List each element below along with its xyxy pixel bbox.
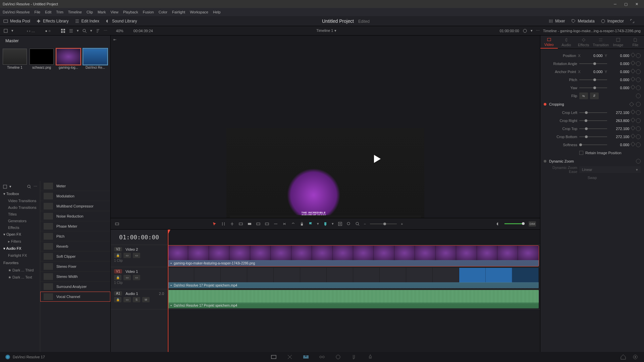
track-lock-icon[interactable]: 🔒 [114, 253, 121, 258]
fx-surround-analyzer[interactable]: Surround Analyzer [40, 282, 110, 292]
menu-color[interactable]: Color [159, 10, 167, 14]
inspector-toggle[interactable]: Inspector [601, 19, 624, 23]
chevron-down-icon[interactable]: ▾ [11, 28, 13, 33]
insert-icon[interactable] [238, 222, 243, 226]
crop-right-value[interactable]: 263.800 [609, 119, 629, 123]
fx-reverb[interactable]: Reverb [40, 241, 110, 251]
maximize-button[interactable]: ▢ [621, 1, 631, 7]
menu-workspace[interactable]: Workspace [190, 10, 208, 14]
media-item-schwarz[interactable]: schwarz.png [30, 49, 54, 69]
inspector-tab-image[interactable]: Image [609, 36, 627, 49]
reset-icon[interactable] [636, 159, 641, 164]
panel-layout-icon[interactable] [3, 184, 7, 189]
fx-filters[interactable]: ▸ Filters [0, 238, 40, 245]
track-lock-icon[interactable]: 🔒 [114, 297, 121, 302]
page-media[interactable] [270, 354, 277, 360]
sync-icon[interactable] [523, 28, 527, 33]
timeline-timecode[interactable]: 01:00:00:00 [111, 230, 167, 245]
more-icon[interactable]: ⋯ [34, 184, 37, 189]
fx-openfx[interactable]: ▾ Open FX [0, 231, 40, 238]
favorite-1[interactable]: ★ Dark ... Third [0, 267, 40, 274]
page-fairlight[interactable] [351, 354, 358, 360]
marker-icon[interactable] [323, 222, 328, 226]
menu-fusion[interactable]: Fusion [143, 10, 154, 14]
keyframe-icon[interactable] [631, 53, 635, 57]
page-fusion[interactable] [319, 354, 325, 360]
track-enable-icon[interactable]: ▭ [133, 253, 140, 258]
inspector-tab-transition[interactable]: Transition [592, 36, 610, 49]
search-icon[interactable] [27, 184, 32, 189]
crop-left-value[interactable]: 272.100 [609, 111, 629, 115]
grid-icon[interactable] [61, 28, 65, 33]
media-pool-toggle[interactable]: Media Pool [3, 19, 30, 23]
snap-icon[interactable] [282, 222, 287, 226]
menu-fairlight[interactable]: Fairlight [172, 10, 185, 14]
dynzoom-enabled-dot[interactable] [544, 160, 546, 163]
yaw-value[interactable]: 0.000 [609, 86, 629, 90]
dynzoom-header[interactable]: Dynamic Zoom [549, 159, 574, 163]
home-icon[interactable] [620, 354, 627, 360]
first-frame-icon[interactable]: ⇤ [113, 38, 116, 42]
auto-select-icon[interactable]: ▭ [123, 253, 131, 258]
clip-v2[interactable]: ⚬gaming-logo-maker-featuring-a-reaper-17… [168, 246, 539, 266]
track-enable-icon[interactable]: ▭ [133, 275, 140, 280]
effects-library-toggle[interactable]: Effects Library [36, 19, 68, 23]
crop-top-slider[interactable] [579, 128, 607, 129]
more-icon-2[interactable]: ⋯ [536, 28, 540, 33]
metadata-toggle[interactable]: Metadata [571, 19, 595, 23]
keyframe-icon[interactable] [631, 142, 635, 146]
menu-timeline[interactable]: Timeline [68, 10, 82, 14]
fx-fairlightfx[interactable]: Fairlight FX [0, 252, 40, 259]
anchor-x-value[interactable]: 0.000 [583, 70, 603, 74]
reset-icon[interactable] [636, 53, 641, 58]
blade-tool-icon[interactable] [230, 222, 234, 226]
inspector-tab-audio[interactable]: Audio [558, 36, 575, 49]
menu-view[interactable]: View [110, 10, 118, 14]
zoom-out-button[interactable]: − [364, 222, 366, 226]
cropping-enabled-dot[interactable] [544, 103, 546, 106]
fx-modulation[interactable]: Modulation [40, 191, 110, 201]
reset-icon[interactable] [636, 134, 641, 139]
position-x-value[interactable]: 0.000 [583, 54, 603, 58]
auto-select-icon[interactable]: ▭ [123, 275, 131, 280]
link-icon[interactable] [291, 222, 296, 226]
sort-icon[interactable] [96, 28, 100, 33]
media-item-timeline1[interactable]: Timeline 1 [3, 49, 27, 69]
fx-pitch[interactable]: Pitch [40, 231, 110, 241]
fit-icon[interactable] [265, 222, 269, 226]
zoom-in-button[interactable]: + [401, 222, 403, 226]
track-v1-tag[interactable]: V1 [114, 269, 122, 274]
menu-file[interactable]: File [35, 10, 41, 14]
page-edit[interactable] [303, 354, 309, 360]
pitch-value[interactable]: 0.000 [609, 78, 629, 82]
media-item-davinci[interactable]: DaVinci Re... [83, 49, 107, 69]
trim-tool-icon[interactable] [221, 222, 226, 226]
detail-zoom-icon[interactable] [346, 222, 351, 226]
zoom-to-fit-icon[interactable] [338, 222, 342, 226]
track-a1-tag[interactable]: A1 [114, 291, 122, 296]
track-v2-tag[interactable]: V2 [114, 247, 122, 251]
menu-edit[interactable]: Edit [45, 10, 51, 14]
reset-icon[interactable] [636, 69, 641, 74]
reset-icon[interactable] [636, 142, 641, 147]
reset-icon[interactable] [636, 126, 641, 131]
fx-audiofx[interactable]: ▾ Audio FX [0, 245, 40, 252]
page-cut[interactable] [286, 354, 293, 360]
anchor-y-value[interactable]: 0.000 [610, 70, 629, 74]
rotation-value[interactable]: 0.000 [609, 62, 629, 66]
volume-slider[interactable] [504, 223, 525, 224]
favorite-2[interactable]: ★ Dark ... Text [0, 274, 40, 281]
bin-master[interactable]: Master [0, 36, 110, 46]
zoom-icon[interactable] [355, 222, 360, 226]
crop-top-value[interactable]: 272.100 [609, 127, 629, 131]
keyframe-icon[interactable] [631, 110, 635, 114]
auto-select-icon[interactable]: ▭ [123, 297, 131, 302]
fx-noise-reduction[interactable]: Noise Reduction [40, 211, 110, 221]
softness-value[interactable]: 0.000 [609, 143, 629, 147]
fx-multiband[interactable]: Multiband Compressor [40, 201, 110, 211]
page-deliver[interactable] [367, 354, 374, 360]
menu-davinciresolve[interactable]: DaVinci Resolve [3, 10, 30, 14]
crop-left-slider[interactable] [579, 112, 607, 113]
fx-meter[interactable]: Meter [40, 181, 110, 191]
softness-slider[interactable] [579, 144, 607, 145]
